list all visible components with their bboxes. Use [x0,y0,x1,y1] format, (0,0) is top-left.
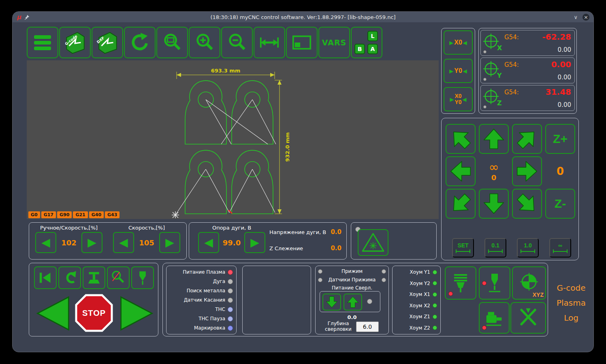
home-xyz-button[interactable]: XYZ [512,266,546,300]
jog-down-right-button[interactable] [512,189,542,219]
program-speed-increase-button[interactable]: ▶ [159,232,180,253]
zoom-in-button[interactable] [189,27,220,58]
arc-support-increase-button[interactable]: ▶ [244,232,265,253]
step-continuous-button[interactable]: ∞ [549,238,571,258]
zoom-out-icon [226,32,248,53]
tool-cancel-button[interactable] [510,302,546,334]
refresh-icon [129,32,151,53]
fit-screen-button[interactable] [286,27,318,58]
stop-button[interactable]: STOP [74,292,114,334]
zero-y-label: Y0 [454,67,462,75]
home-x1-label: Хоум X1 [410,292,430,297]
zero-y-button[interactable]: ▶ Y0 ◀ [444,59,473,83]
zoom-out-button[interactable] [221,27,253,58]
menu-button[interactable] [27,27,58,58]
clamp-press-button[interactable] [83,266,105,289]
gcode-badge: G0 [28,211,40,218]
metal-search-led [228,288,233,294]
infinity-symbol: ∞ [489,161,499,173]
metal-search-label: Поиск металла [187,288,225,294]
pin-icon[interactable] [24,15,30,20]
go-to-start-button[interactable] [34,266,57,289]
gcode-badge: G21 [73,211,87,218]
drill-lower-button[interactable] [322,294,341,311]
step-back-button[interactable] [58,266,81,289]
tab-plasma[interactable]: Plasma [557,298,586,308]
triangle-right-icon: ▶ [165,237,174,248]
step-1-0-button[interactable]: 1.0 [517,238,539,258]
jog-right-button[interactable] [512,156,542,186]
triangle-right-icon: ▶ [250,237,259,248]
dro-row-z[interactable]: Z G54: 31.48 0.00 [480,85,575,111]
drill-depth-input[interactable] [356,321,379,332]
undo-arrow-icon [61,269,79,287]
tab-log[interactable]: Log [564,313,578,323]
drill-raise-button[interactable] [344,294,362,311]
axis-x-led [483,50,487,53]
z-minus-label: Z- [555,197,566,211]
open-gcode-button[interactable]: G-code [59,27,91,58]
arrow-left-icon: ◀ [463,68,467,74]
home-z1-label: Хоум Z1 [410,314,430,319]
run-backward-button[interactable] [34,293,71,334]
clamp-label: Прижим [322,268,382,274]
vars-button[interactable]: VARS [318,27,350,58]
refresh-button[interactable] [124,27,156,58]
zero-xy-button[interactable]: ▶ X0 Y0 ◀ [444,87,473,111]
jog-up-button[interactable] [479,124,509,154]
jog-left-button[interactable] [446,156,476,186]
close-icon[interactable]: × [583,14,589,21]
app-logo-mu: μ [17,13,21,21]
jog-down-left-button[interactable] [446,189,476,219]
zoom-fit-button[interactable] [156,27,188,58]
jog-z-plus-button[interactable]: Z+ [545,124,575,154]
arrow-right-icon: ▶ [449,40,453,46]
manual-speed-decrease-button[interactable]: ◀ [35,232,56,253]
triangle-left-icon: ◀ [119,237,128,248]
step-set-button[interactable]: SET [452,238,474,258]
step-0-1-button[interactable]: 0.1 [484,238,506,258]
ruler-icon [553,249,568,253]
plasma-warning-button[interactable] [358,229,388,256]
keyboard-button[interactable]: L B A [351,27,382,58]
manual-speed-value: 102 [59,238,79,247]
step-continuous-label: ∞ [558,243,562,248]
spindle-lower-button[interactable] [445,266,476,300]
toolpath-canvas[interactable]: 693.3 mm 932.0 mm G0 G17 G90 G21 G40 G43 [27,60,439,219]
offset-system-label: G54: [504,34,519,41]
manual-speed-label: Ручное/Скорость,[%] [40,225,98,231]
jog-up-left-button[interactable] [446,124,476,154]
open-dxf-button[interactable]: DXF [92,27,123,58]
drill-cycle-button[interactable] [479,266,510,300]
probe-magnifier-icon [109,269,127,287]
metal-search-button[interactable] [107,266,130,289]
gcode-badge: G40 [89,211,104,218]
zero-x-button[interactable]: ▶ X0 ◀ [444,30,473,55]
jog-down-button[interactable] [479,189,509,219]
dro-row-x[interactable]: X G54: -62.28 0.00 [480,30,575,56]
manual-speed-increase-button[interactable]: ▶ [81,232,102,253]
key-l: L [367,31,378,41]
dro-row-y[interactable]: Y G54: 0.00 0.00 [480,57,575,83]
fit-width-button[interactable] [254,27,285,58]
tab-gcode[interactable]: G-code [557,283,586,293]
run-forward-button[interactable] [117,293,155,334]
z-position-value: 31.48 [546,87,571,97]
arrow-up-icon [347,296,359,308]
arrow-down-icon [326,296,338,308]
program-speed-decrease-button[interactable]: ◀ [113,232,134,253]
home-z1-led [433,315,437,319]
jog-up-right-button[interactable] [512,124,542,154]
rotary-tool-button[interactable] [479,302,510,334]
dro-panel: X G54: -62.28 0.00 Y G54: 0.00 0.00 [478,28,577,114]
shade-icon[interactable]: ∨ [574,14,578,20]
arrow-right-icon [516,160,538,182]
arc-support-decrease-button[interactable]: ◀ [198,232,219,253]
menu-icon [34,33,51,52]
home-x2-led [433,303,437,308]
jog-z-minus-button[interactable]: Z- [545,189,575,219]
home-y2-label: Хоум Y2 [410,281,431,286]
key-b: B [354,44,365,54]
drill-button[interactable] [131,266,154,289]
key-a: A [367,44,378,54]
